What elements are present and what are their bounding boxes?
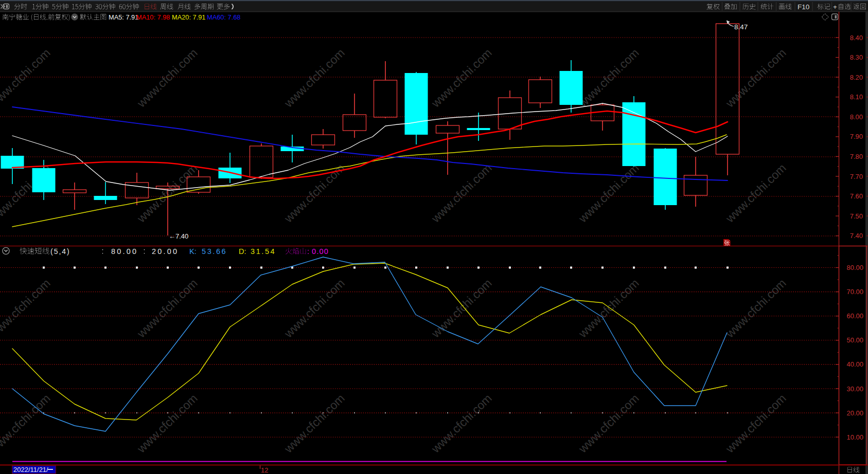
svg-text:10.00: 10.00 [846, 433, 863, 441]
svg-text:80.00: 80.00 [111, 247, 138, 256]
svg-text:20.00: 20.00 [152, 247, 179, 256]
svg-text:(5,4): (5,4) [50, 247, 70, 256]
svg-text:D:: D: [239, 247, 246, 256]
svg-text:F10: F10 [798, 3, 809, 11]
svg-text:50.00: 50.00 [846, 336, 863, 344]
svg-text:K:: K: [189, 247, 197, 256]
svg-text:7.90: 7.90 [850, 133, 863, 140]
svg-text:8.10: 8.10 [850, 93, 863, 101]
svg-text:30.00: 30.00 [846, 385, 863, 393]
svg-text:7.70: 7.70 [850, 173, 863, 180]
svg-text:0.00: 0.00 [312, 247, 329, 256]
svg-text:MA5: 7.91: MA5: 7.91 [109, 13, 138, 21]
svg-text:7.50: 7.50 [850, 212, 863, 220]
svg-text:MA10: 7.98: MA10: 7.98 [136, 13, 170, 21]
svg-text:53.66: 53.66 [202, 247, 227, 256]
svg-text:MA60: 7.68: MA60: 7.68 [207, 13, 240, 21]
svg-text::: : [307, 247, 309, 256]
svg-text:80.00: 80.00 [846, 264, 863, 271]
svg-text:8.00: 8.00 [850, 113, 863, 121]
svg-text:8.20: 8.20 [850, 74, 863, 81]
svg-text:7.40: 7.40 [850, 232, 863, 240]
svg-text:20.00: 20.00 [846, 409, 863, 417]
svg-text:7.60: 7.60 [850, 192, 863, 200]
svg-text:8.30: 8.30 [850, 53, 863, 61]
svg-text:←7.40: ←7.40 [169, 232, 188, 240]
svg-text:12: 12 [261, 466, 268, 474]
svg-text:31.54: 31.54 [251, 247, 276, 256]
svg-text:+: + [833, 3, 837, 11]
svg-text:8.47: 8.47 [734, 23, 748, 31]
svg-text:8.40: 8.40 [850, 34, 863, 42]
svg-text:7.80: 7.80 [850, 153, 863, 160]
svg-text:70.00: 70.00 [846, 288, 863, 296]
svg-text:60.00: 60.00 [846, 312, 863, 320]
svg-text:2022/11/21/: 2022/11/21/ [13, 466, 48, 473]
svg-text:MA20: 7.91: MA20: 7.91 [172, 13, 205, 21]
svg-text:40.00: 40.00 [846, 360, 863, 368]
